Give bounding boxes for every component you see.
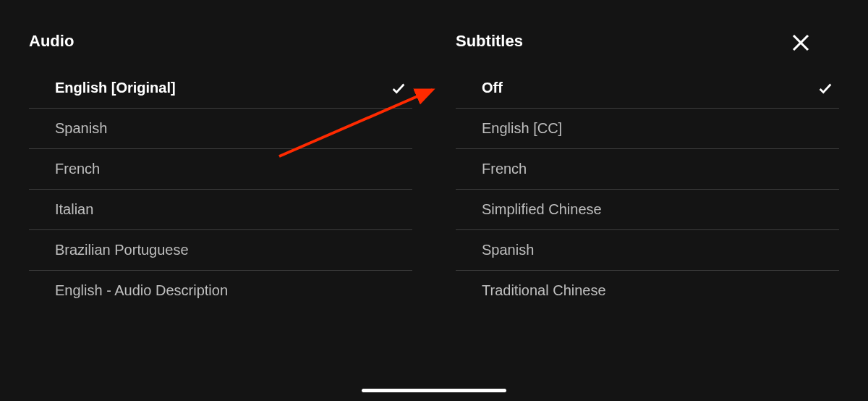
subtitles-option-spanish[interactable]: Spanish — [456, 230, 839, 271]
subtitles-header: Subtitles — [456, 32, 839, 51]
subtitles-option-traditional-chinese[interactable]: Traditional Chinese — [456, 271, 839, 311]
subtitles-option-french[interactable]: French — [456, 149, 839, 190]
subtitles-option-label: French — [482, 161, 839, 177]
check-icon — [391, 80, 407, 96]
subtitles-column: Subtitles Off English [CC] French Simpli… — [456, 32, 839, 401]
audio-option-italian[interactable]: Italian — [29, 190, 412, 230]
audio-option-french[interactable]: French — [29, 149, 412, 190]
home-indicator[interactable] — [362, 389, 506, 392]
subtitles-option-off[interactable]: Off — [456, 68, 839, 109]
subtitles-option-english-cc[interactable]: English [CC] — [456, 109, 839, 149]
audio-option-brazilian-portuguese[interactable]: Brazilian Portuguese — [29, 230, 412, 271]
audio-option-english-audio-description[interactable]: English - Audio Description — [29, 271, 412, 311]
audio-option-label: Spanish — [55, 120, 412, 137]
subtitles-option-label: Traditional Chinese — [482, 282, 839, 299]
audio-option-label: English - Audio Description — [55, 282, 412, 299]
audio-column: Audio English [Original] Spanish French … — [29, 32, 412, 401]
subtitles-option-label: Simplified Chinese — [482, 201, 839, 218]
subtitles-option-list: Off English [CC] French Simplified Chine… — [456, 68, 839, 311]
audio-option-english-original[interactable]: English [Original] — [29, 68, 412, 109]
audio-option-spanish[interactable]: Spanish — [29, 109, 412, 149]
audio-subtitles-panel: Audio English [Original] Spanish French … — [0, 0, 868, 401]
subtitles-option-label: English [CC] — [482, 120, 839, 137]
close-icon — [790, 43, 812, 56]
audio-header: Audio — [29, 32, 412, 51]
audio-option-label: English [Original] — [55, 80, 391, 96]
subtitles-option-simplified-chinese[interactable]: Simplified Chinese — [456, 190, 839, 230]
check-icon — [817, 80, 833, 96]
audio-option-label: Italian — [55, 201, 412, 218]
close-button[interactable] — [790, 32, 812, 54]
audio-option-label: French — [55, 161, 412, 177]
subtitles-option-label: Spanish — [482, 242, 839, 258]
audio-option-list: English [Original] Spanish French Italia… — [29, 68, 412, 311]
audio-option-label: Brazilian Portuguese — [55, 242, 412, 258]
subtitles-option-label: Off — [482, 80, 817, 96]
